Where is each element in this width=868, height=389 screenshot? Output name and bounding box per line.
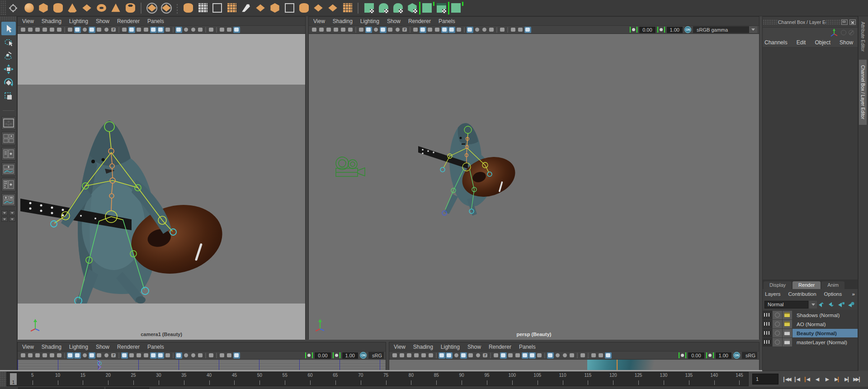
use-all-lights[interactable] <box>529 352 536 359</box>
copy-to-layer-icon[interactable] <box>838 302 845 307</box>
chevron-down-icon[interactable] <box>749 26 757 33</box>
field-chart[interactable] <box>96 352 103 359</box>
item[interactable] <box>588 353 589 358</box>
gamma-icon[interactable] <box>657 27 665 33</box>
scale-tool[interactable] <box>1 90 16 103</box>
multisample-aa[interactable] <box>561 352 568 359</box>
dim-toggle-icon[interactable] <box>841 30 846 35</box>
layout-dropdown-4[interactable] <box>9 217 15 222</box>
item[interactable] <box>507 27 508 33</box>
layer-clapboard-icon[interactable] <box>783 311 792 319</box>
item[interactable] <box>205 353 206 358</box>
layer-refresh-toggle[interactable] <box>773 311 782 319</box>
cube-wireframe-icon[interactable] <box>211 2 223 14</box>
grease-pencil[interactable] <box>413 352 420 359</box>
viewport-menu-item[interactable]: Renderer <box>117 344 140 350</box>
bookmark[interactable] <box>34 352 41 359</box>
shadows[interactable] <box>536 352 543 359</box>
color-management-toggle[interactable]: ON <box>360 352 367 359</box>
wireframe-on-shaded[interactable] <box>427 27 434 33</box>
boolean-difference-icon[interactable] <box>160 2 172 14</box>
poly-cone-icon[interactable] <box>66 2 78 14</box>
duplicate-pane[interactable] <box>219 27 226 33</box>
motion-blur[interactable] <box>183 27 189 33</box>
persp-view[interactable]: persp (Beauty) <box>309 34 759 340</box>
item[interactable] <box>464 27 465 33</box>
viewport-menu-item[interactable]: Show <box>96 344 109 350</box>
gate-mask[interactable] <box>460 352 467 359</box>
layer-row[interactable]: Shadows (Normal) <box>763 311 858 319</box>
grease-settings[interactable] <box>56 352 63 359</box>
grid[interactable] <box>358 27 365 33</box>
item[interactable] <box>436 353 437 358</box>
go-to-playback-start[interactable]: |◀◀ <box>782 373 792 385</box>
viewport-menu-item[interactable]: Panels <box>519 344 536 350</box>
chevron-down-icon[interactable] <box>809 301 817 308</box>
move-layer-down-icon[interactable] <box>828 302 835 307</box>
close-panel-icon[interactable] <box>849 19 856 25</box>
item[interactable] <box>118 27 119 33</box>
view-transform-select[interactable]: sRGB gamma <box>693 26 757 33</box>
wireframe-on-shaded[interactable] <box>507 352 514 359</box>
pane-layout[interactable] <box>226 27 233 33</box>
layer-clapboard-icon[interactable] <box>783 320 792 328</box>
pane-layout[interactable] <box>598 352 604 359</box>
viewport-menu-item[interactable]: Renderer <box>408 18 431 24</box>
exposure-value[interactable]: 0.00 <box>688 352 704 359</box>
isolate-select[interactable] <box>208 352 215 359</box>
item[interactable] <box>358 3 359 14</box>
grease-frames[interactable] <box>49 27 56 33</box>
motion-blur[interactable] <box>554 352 561 359</box>
poly-plane-icon[interactable] <box>81 2 93 14</box>
current-frame-marker[interactable]: 1 <box>10 373 17 385</box>
duplicate-pane[interactable] <box>590 352 597 359</box>
default-material[interactable] <box>143 27 150 33</box>
multi-cut-knife-icon[interactable] <box>240 2 252 14</box>
layer-editor-menu-item[interactable]: Contribution <box>788 291 816 297</box>
edit-edge-flow-icon[interactable] <box>283 2 295 14</box>
safe-action[interactable] <box>103 27 110 33</box>
viewport-menu-item[interactable]: Show <box>96 18 109 24</box>
bottom-left-view[interactable] <box>18 360 386 370</box>
add-divisions-icon[interactable] <box>226 2 237 14</box>
range-slider-strip[interactable] <box>0 387 868 389</box>
maximize-pane[interactable] <box>233 27 240 33</box>
use-all-lights[interactable] <box>157 352 164 359</box>
film-gate[interactable] <box>74 27 81 33</box>
multisample-aa[interactable] <box>481 27 488 33</box>
tab-anim[interactable]: Anim <box>821 281 844 289</box>
dim-slash-icon[interactable] <box>849 30 854 35</box>
isolate-select[interactable] <box>208 27 215 33</box>
viewport-menu-item[interactable]: Lighting <box>441 344 460 350</box>
depth-of-field[interactable] <box>197 27 204 33</box>
camera1-render-area[interactable] <box>18 85 305 304</box>
item[interactable] <box>64 27 65 33</box>
attribute-editor-tab[interactable]: Attribute Editor <box>859 16 867 57</box>
layout-persp-graph-2-button[interactable] <box>1 193 16 207</box>
motion-blur[interactable] <box>183 352 189 359</box>
grease-settings[interactable] <box>428 352 434 359</box>
bottom-right-view[interactable] <box>389 360 759 370</box>
layer-refresh-toggle[interactable] <box>773 329 782 337</box>
layer-renderable-toggle[interactable] <box>763 338 772 346</box>
tab-render[interactable]: Render <box>793 281 821 289</box>
color-management-toggle[interactable]: ON <box>684 26 691 33</box>
timeline-grip[interactable] <box>0 371 6 387</box>
multisample-aa[interactable] <box>190 27 197 33</box>
duplicate-face-icon[interactable] <box>312 2 324 14</box>
boolean-union-icon[interactable] <box>146 2 158 14</box>
bookmark[interactable] <box>326 27 332 33</box>
uv-editor-icon[interactable] <box>435 2 447 14</box>
color-management-toggle[interactable]: ON <box>733 352 740 359</box>
resolution-gate[interactable] <box>81 27 88 33</box>
automatic-mapping-icon[interactable] <box>406 2 418 14</box>
safe-action[interactable] <box>475 352 481 359</box>
multisample-aa[interactable] <box>190 352 197 359</box>
multi-cut-icon[interactable] <box>327 2 339 14</box>
camera-attributes[interactable] <box>27 352 34 359</box>
layer-editor-menu-item[interactable]: Options <box>824 291 842 297</box>
pane-layout[interactable] <box>226 352 233 359</box>
layer-renderable-toggle[interactable] <box>763 329 772 337</box>
gamma-icon[interactable] <box>706 352 714 358</box>
item[interactable] <box>216 27 217 33</box>
